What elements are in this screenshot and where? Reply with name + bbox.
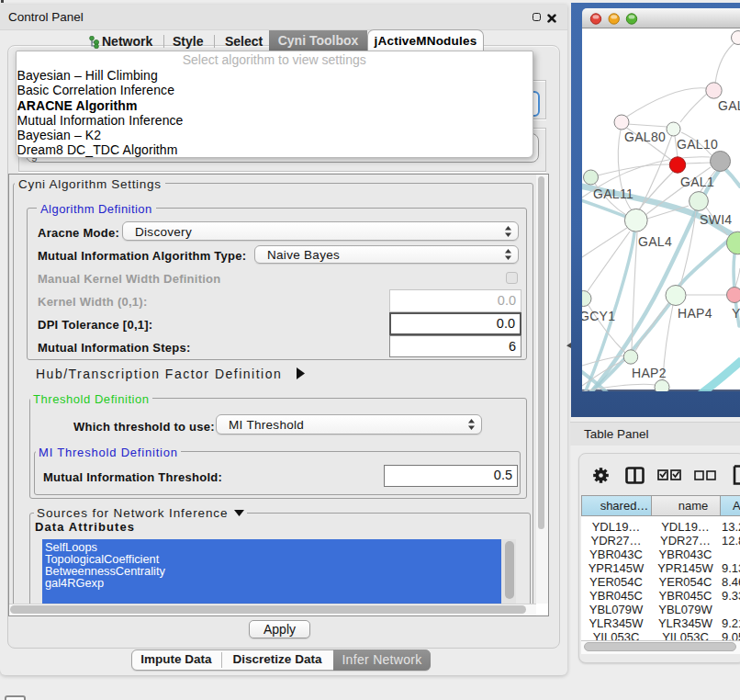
svg-text:GAL: GAL (718, 98, 740, 113)
svg-text:GAL11: GAL11 (593, 186, 633, 201)
svg-text:Y: Y (732, 306, 740, 321)
svg-text:GAL80: GAL80 (624, 130, 666, 144)
svg-text:GCY1: GCY1 (582, 309, 615, 323)
svg-text:GAL4: GAL4 (638, 234, 672, 249)
svg-text:SWI4: SWI4 (700, 212, 732, 227)
svg-text:GAL10: GAL10 (677, 137, 718, 152)
svg-text:GAL1: GAL1 (680, 175, 714, 189)
svg-text:HAP2: HAP2 (632, 366, 667, 380)
svg-text:HAP4: HAP4 (678, 306, 712, 321)
